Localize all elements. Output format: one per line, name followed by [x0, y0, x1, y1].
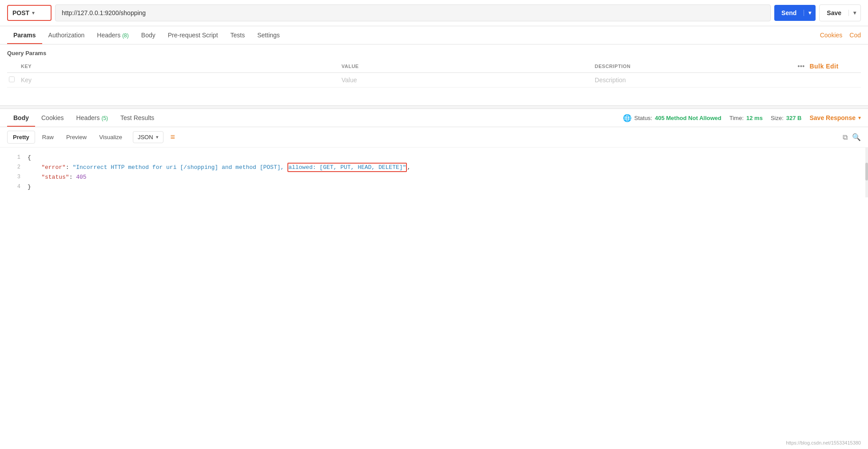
- error-key: "error": [41, 164, 66, 171]
- row-actions: [793, 73, 861, 88]
- method-dropdown-arrow: ▾: [32, 10, 35, 16]
- response-section: Body Cookies Headers (5) Test Results 🌐 …: [0, 109, 868, 197]
- query-params-section: Query Params KEY VALUE DESCRIPTION ••• B…: [0, 44, 868, 88]
- save-response-button[interactable]: Save Response: [810, 114, 856, 121]
- globe-icon: 🌐: [623, 114, 632, 122]
- method-selector[interactable]: POST ▾: [7, 5, 52, 21]
- th-actions: ••• Bulk Edit: [793, 60, 861, 73]
- time-value: 12 ms: [746, 115, 763, 121]
- copy-icon[interactable]: ⧉: [843, 133, 848, 141]
- row-checkbox[interactable]: [9, 76, 15, 82]
- format-select-label: JSON: [138, 134, 153, 140]
- tab-settings[interactable]: Settings: [251, 26, 286, 44]
- send-dropdown-arrow[interactable]: ▾: [804, 10, 816, 16]
- format-tab-pretty[interactable]: Pretty: [7, 131, 35, 144]
- line-number-2: 2: [7, 163, 20, 172]
- response-meta: 🌐 Status: 405 Method Not Allowed Time: 1…: [623, 114, 861, 122]
- code-view: 1 { 2 "error": "Incorrect HTTP method fo…: [0, 148, 868, 197]
- bulk-edit-button[interactable]: Bulk Edit: [809, 63, 838, 70]
- response-tab-nav: Body Cookies Headers (5) Test Results 🌐 …: [0, 109, 868, 127]
- response-tab-cookies[interactable]: Cookies: [35, 109, 70, 127]
- status-value-code: 405: [76, 174, 86, 180]
- format-tab-preview[interactable]: Preview: [61, 131, 92, 143]
- response-tab-test-results[interactable]: Test Results: [114, 109, 160, 127]
- description-cell[interactable]: Description: [590, 73, 793, 88]
- more-options-icon[interactable]: •••: [798, 63, 805, 70]
- format-select[interactable]: JSON ▾: [133, 131, 163, 143]
- save-dropdown-arrow[interactable]: ▾: [848, 10, 860, 16]
- line-number-4: 4: [7, 182, 20, 191]
- right-tabs: Cookies Cod: [820, 32, 861, 39]
- cookies-link[interactable]: Cookies: [820, 32, 843, 39]
- tab-headers[interactable]: Headers (8): [91, 26, 135, 44]
- request-tab-nav: Params Authorization Headers (8) Body Pr…: [0, 26, 868, 44]
- save-button-label: Save: [820, 9, 848, 16]
- line-2-content: "error": "Incorrect HTTP method for uri …: [28, 163, 861, 172]
- time-label: Time:: [729, 115, 744, 121]
- params-table-wrapper: KEY VALUE DESCRIPTION ••• Bulk Edit Key: [7, 60, 861, 88]
- scrollbar-track[interactable]: [865, 148, 868, 197]
- format-tab-raw[interactable]: Raw: [37, 131, 59, 143]
- size-value: 327 B: [786, 115, 802, 121]
- code-line-3: 3 "status": 405: [7, 172, 861, 182]
- response-tab-body[interactable]: Body: [7, 109, 35, 127]
- error-value: "Incorrect HTTP method for uri [/shoppin…: [72, 163, 407, 172]
- line-1-content: {: [28, 153, 861, 163]
- response-tab-headers[interactable]: Headers (5): [70, 109, 114, 127]
- response-divider: [0, 105, 868, 109]
- params-table: KEY VALUE DESCRIPTION ••• Bulk Edit Key: [7, 60, 861, 88]
- status-key: "status": [41, 174, 69, 180]
- code-line-2: 2 "error": "Incorrect HTTP method for ur…: [7, 163, 861, 172]
- line-number-1: 1: [7, 153, 20, 162]
- tab-params[interactable]: Params: [7, 26, 42, 44]
- wrap-button[interactable]: ≡: [169, 131, 177, 144]
- url-input[interactable]: [55, 4, 771, 21]
- tab-tests[interactable]: Tests: [224, 26, 251, 44]
- status-label: Status:: [634, 115, 652, 121]
- line-3-content: "status": 405: [28, 172, 861, 182]
- send-button-label: Send: [774, 9, 804, 16]
- format-select-arrow: ▾: [156, 134, 159, 140]
- line-number-3: 3: [7, 172, 20, 181]
- tab-authorization[interactable]: Authorization: [42, 26, 91, 44]
- line-4-content: }: [28, 182, 861, 192]
- format-bar: Pretty Raw Preview Visualize JSON ▾ ≡ ⧉ …: [0, 127, 868, 148]
- code-line-1: 1 {: [7, 153, 861, 163]
- query-params-title: Query Params: [7, 50, 861, 56]
- scrollbar-thumb[interactable]: [865, 163, 868, 180]
- th-description: DESCRIPTION: [590, 60, 793, 73]
- tab-prerequest[interactable]: Pre-request Script: [162, 26, 224, 44]
- method-label: POST: [12, 9, 29, 16]
- size-label: Size:: [771, 115, 784, 121]
- search-icon[interactable]: 🔍: [852, 133, 861, 141]
- tab-body[interactable]: Body: [135, 26, 162, 44]
- send-button[interactable]: Send ▾: [774, 5, 816, 21]
- highlight-allowed: allowed: [GET, PUT, HEAD, DELETE]": [287, 163, 407, 172]
- code-link[interactable]: Cod: [849, 32, 861, 39]
- value-cell[interactable]: Value: [337, 73, 590, 88]
- status-value: 405 Method Not Allowed: [655, 115, 721, 121]
- table-row: Key Value Description: [7, 73, 861, 88]
- top-bar: POST ▾ Send ▾ Save ▾: [0, 0, 868, 26]
- code-line-4: 4 }: [7, 182, 861, 192]
- key-cell[interactable]: Key: [16, 73, 337, 88]
- th-key: KEY: [16, 60, 337, 73]
- format-tab-visualize[interactable]: Visualize: [94, 131, 127, 143]
- save-button[interactable]: Save ▾: [819, 4, 861, 21]
- save-response-arrow[interactable]: ▾: [858, 115, 861, 121]
- th-value: VALUE: [337, 60, 590, 73]
